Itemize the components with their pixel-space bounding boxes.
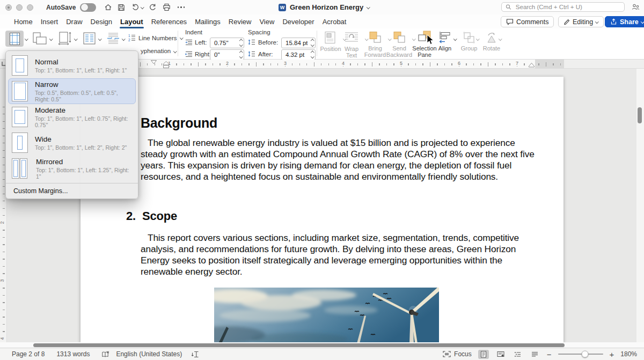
breaks-chevron-icon[interactable] [122,37,125,40]
group-divider [317,31,317,56]
columns-chevron-icon[interactable] [98,37,101,40]
document-title[interactable]: Green Horizon Energy [290,3,363,11]
tab-design[interactable]: Design [90,17,113,27]
minimize-window-button[interactable] [16,4,23,11]
focus-mode-button[interactable]: Focus [443,350,472,358]
bring-forward-icon [369,31,382,44]
line-numbers-label: Line Numbers [138,35,177,41]
close-window-button[interactable] [5,4,12,11]
zoom-slider-knob[interactable] [581,351,588,358]
indent-right-stepper[interactable] [240,52,243,58]
hyphenation-button[interactable]: yphenation [141,48,177,54]
vertical-scrollbar-thumb[interactable] [638,107,642,123]
margins-option-moderate[interactable]: Moderate Top: 1", Bottom: 1", Left: 0.75… [8,104,136,130]
zoom-window-button[interactable] [27,4,33,11]
spacing-before-input[interactable] [281,38,316,48]
focus-label: Focus [454,350,472,358]
option-title: Wide [35,135,127,143]
horizontal-scrollbar-thumb[interactable] [33,343,565,347]
tab-acrobat[interactable]: Acrobat [322,17,347,27]
normal-margins-icon [12,55,28,76]
spacing-before-icon [248,39,255,46]
orientation-icon [32,32,47,46]
zoom-in-button[interactable]: + [610,350,614,359]
tab-insert[interactable]: Insert [40,17,59,27]
editing-mode-button[interactable]: Editing [558,16,604,27]
align-label: Align [438,46,451,52]
indent-right-input[interactable] [210,49,244,60]
hyphenation-label: yphenation [141,48,171,54]
columns-button[interactable] [83,32,96,45]
tab-layout[interactable]: Layout [120,17,144,27]
orientation-button[interactable] [32,32,47,46]
spacing-after-input[interactable] [281,49,316,60]
redo-button[interactable] [149,3,157,11]
ruler-number: 7 [515,61,519,66]
breaks-button[interactable] [106,32,120,45]
margins-chevron-icon[interactable] [25,37,28,40]
tab-view[interactable]: View [259,17,275,27]
margins-option-narrow[interactable]: Narrow Top: 0.5", Bottom: 0.5", Left: 0.… [8,78,136,104]
tab-developer[interactable]: Developer [282,17,314,27]
print-layout-view-button[interactable] [478,350,489,359]
right-indent-marker[interactable] [529,63,535,68]
indent-left-stepper[interactable] [240,40,243,46]
mirrored-margins-icon [12,158,29,179]
left-indent-marker[interactable] [163,61,169,68]
document-title-chevron-icon[interactable] [367,5,370,9]
spacing-after-stepper[interactable] [311,52,314,58]
tab-mailings[interactable]: Mailings [194,17,221,27]
breaks-icon [106,32,120,45]
tab-home[interactable]: Home [13,17,33,27]
search-input[interactable] [515,3,620,11]
indent-left-input[interactable] [210,38,244,48]
option-title: Narrow [35,80,132,89]
wind-turbine-image[interactable] [214,288,439,342]
tab-review[interactable]: Review [228,17,252,27]
document-page[interactable]: Background The global renewable energy i… [80,77,564,342]
heading-number: 2. [126,209,136,223]
line-numbers-button[interactable]: 12 Line Numbers [128,34,182,42]
page-count[interactable]: Page 2 of 8 [12,350,45,358]
more-commands-icon[interactable] [178,6,185,8]
moderate-margins-icon [12,107,28,127]
spacing-before-stepper[interactable] [311,40,314,46]
outline-view-button[interactable] [513,350,523,359]
home-icon[interactable] [104,3,112,11]
margins-option-wide[interactable]: Wide Top: 1", Bottom: 1", Left: 2", Righ… [8,130,136,156]
word-count[interactable]: 1313 words [56,350,90,358]
size-chevron-icon[interactable] [74,37,77,40]
language-status[interactable]: English (United States) [116,350,182,358]
align-button[interactable]: Align [435,31,455,52]
proofing-status-icon[interactable] [101,351,109,358]
draft-view-button[interactable] [530,350,540,359]
indent-left-icon [185,39,193,46]
zoom-slider[interactable] [558,354,603,355]
custom-margins-item[interactable]: Custom Margins... [6,183,138,199]
margins-button[interactable] [5,31,24,47]
text-select-mode-icon[interactable] [192,351,199,358]
orientation-chevron-icon[interactable] [49,37,53,40]
collab-presence-icon[interactable] [632,3,640,11]
share-button[interactable]: Share [605,16,644,27]
autosave-toggle[interactable] [80,3,96,12]
size-button[interactable] [57,31,71,46]
undo-button[interactable] [131,3,144,11]
undo-chevron-icon[interactable] [141,5,144,9]
margins-option-normal[interactable]: Normal Top: 1", Bottom: 1", Left: 1", Ri… [8,53,136,78]
svg-text:1: 1 [128,34,130,38]
zoom-out-button[interactable]: − [547,350,552,359]
tab-references[interactable]: References [151,17,187,27]
first-line-indent-marker[interactable] [151,60,157,64]
save-icon[interactable] [118,4,125,11]
comments-button[interactable]: Comments [501,16,554,27]
web-layout-view-button[interactable] [495,350,506,359]
align-icon [438,31,451,44]
search-box[interactable] [501,2,625,12]
zoom-level[interactable]: 180% [620,350,637,358]
share-label: Share [620,18,639,26]
print-icon[interactable] [163,3,171,11]
margins-option-mirrored[interactable]: Mirrored Top: 1", Bottom: 1", Left: 1.25… [8,156,136,181]
tab-draw[interactable]: Draw [65,17,83,27]
horizontal-scrollbar-track[interactable] [0,342,644,348]
